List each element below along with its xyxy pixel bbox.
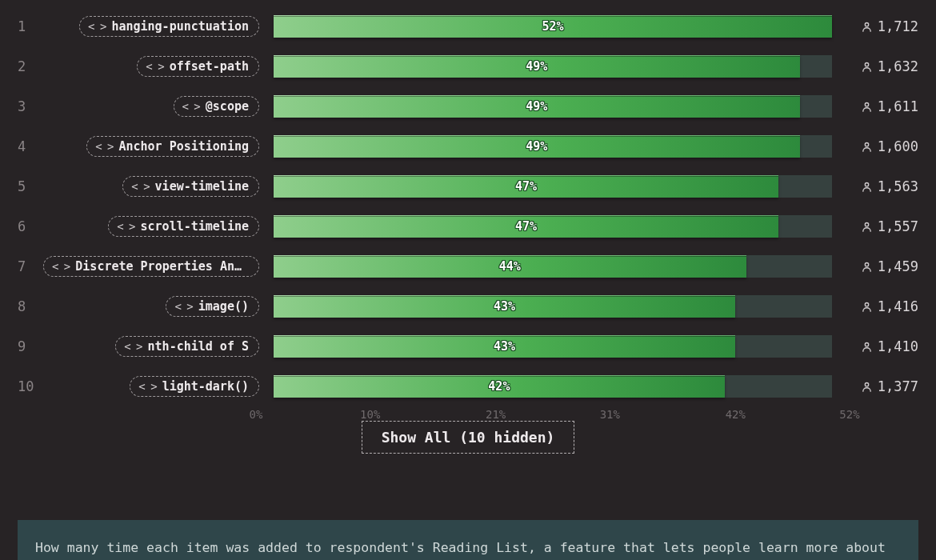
person-icon (861, 381, 873, 393)
axis-tick: 10% (360, 408, 380, 421)
axis-tick: 42% (726, 408, 746, 421)
label-column: < >view-timeline (42, 176, 274, 197)
bar-percent-label: 43% (494, 299, 515, 314)
bar-track: 42% (274, 375, 832, 398)
feature-pill[interactable]: < >image() (166, 296, 259, 317)
svg-point-3 (865, 142, 868, 146)
feature-label: hanging-punctuation (111, 19, 249, 34)
feature-label: offset-path (170, 59, 249, 74)
svg-point-1 (865, 62, 868, 66)
feature-pill[interactable]: < >nth-child of S (115, 336, 259, 357)
person-icon (861, 141, 873, 153)
reading-list-chart: 1< >hanging-punctuation52%1,7122< >offse… (0, 0, 936, 406)
rank-number: 5 (18, 178, 42, 194)
feature-label: @scope (206, 99, 249, 114)
svg-point-0 (865, 22, 868, 26)
feature-label: view-timeline (155, 179, 249, 194)
rank-number: 7 (18, 258, 42, 274)
bar-percent-label: 49% (526, 99, 547, 114)
feature-pill[interactable]: < >offset-path (137, 56, 259, 77)
svg-point-2 (865, 102, 868, 106)
chart-row: 8< >image()43%1,416 (18, 286, 918, 326)
respondent-count: 1,611 (846, 98, 918, 114)
respondent-count: 1,410 (846, 338, 918, 354)
bar-percent-label: 47% (515, 219, 537, 234)
svg-point-8 (865, 342, 868, 346)
person-icon (861, 101, 873, 113)
rank-number: 4 (18, 138, 42, 154)
bar-track: 49% (274, 95, 832, 118)
count-value: 1,416 (878, 298, 918, 314)
code-icon: < > (182, 100, 200, 113)
chart-row: 9< >nth-child of S43%1,410 (18, 326, 918, 366)
rank-number: 3 (18, 98, 42, 114)
code-icon: < > (174, 300, 192, 313)
feature-pill[interactable]: < >view-timeline (122, 176, 259, 197)
code-icon: < > (88, 20, 106, 33)
chart-row: 1< >hanging-punctuation52%1,712 (18, 6, 918, 46)
rank-number: 1 (18, 18, 42, 34)
code-icon: < > (131, 180, 149, 193)
label-column: < >image() (42, 296, 274, 317)
count-value: 1,410 (878, 338, 918, 354)
x-axis: 0%10%21%31%42%52% (256, 406, 850, 426)
chart-row: 4< >Anchor Positioning49%1,600 (18, 126, 918, 166)
respondent-count: 1,459 (846, 258, 918, 274)
svg-point-4 (865, 182, 868, 186)
label-column: < >offset-path (42, 56, 274, 77)
bar-percent-label: 47% (515, 179, 537, 194)
feature-label: nth-child of S (148, 339, 249, 354)
show-all-button[interactable]: Show All (10 hidden) (362, 421, 575, 454)
axis-tick: 31% (600, 408, 620, 421)
respondent-count: 1,377 (846, 378, 918, 394)
person-icon (861, 181, 873, 193)
person-icon (861, 301, 873, 313)
label-column: < >Discrete Properties Anima… (42, 256, 274, 277)
chart-row: 10< >light-dark()42%1,377 (18, 366, 918, 406)
feature-label: scroll-timeline (141, 219, 249, 234)
feature-pill[interactable]: < >Anchor Positioning (86, 136, 259, 157)
feature-pill[interactable]: < >hanging-punctuation (79, 16, 259, 37)
feature-pill[interactable]: < >scroll-timeline (108, 216, 259, 237)
footer-description: How many time each item was added to res… (18, 520, 918, 560)
code-icon: < > (146, 60, 163, 73)
bar-track: 47% (274, 175, 832, 198)
axis-tick: 52% (839, 408, 859, 421)
feature-label: Discrete Properties Anima… (75, 259, 249, 274)
count-value: 1,712 (878, 18, 918, 34)
feature-label: light-dark() (162, 379, 249, 394)
rank-number: 9 (18, 338, 42, 354)
respondent-count: 1,600 (846, 138, 918, 154)
bar-percent-label: 49% (526, 59, 547, 74)
feature-pill[interactable]: < >light-dark() (130, 376, 259, 397)
footer-text: How many time each item was added to res… (35, 540, 886, 555)
feature-label: image() (198, 299, 249, 314)
svg-point-9 (865, 382, 868, 386)
bar-percent-label: 44% (499, 259, 521, 274)
svg-point-5 (865, 222, 868, 226)
bar-track: 52% (274, 15, 832, 38)
person-icon (861, 221, 873, 233)
respondent-count: 1,632 (846, 58, 918, 74)
code-icon: < > (117, 220, 134, 233)
chart-row: 2< >offset-path49%1,632 (18, 46, 918, 86)
count-value: 1,611 (878, 98, 918, 114)
feature-label: Anchor Positioning (118, 139, 249, 154)
label-column: < >Anchor Positioning (42, 136, 274, 157)
feature-pill[interactable]: < >Discrete Properties Anima… (43, 256, 259, 277)
bar-track: 43% (274, 335, 832, 358)
code-icon: < > (138, 380, 156, 393)
bar-track: 44% (274, 255, 832, 278)
rank-number: 10 (18, 378, 42, 394)
chart-row: 7< >Discrete Properties Anima…44%1,459 (18, 246, 918, 286)
code-icon: < > (124, 340, 142, 353)
label-column: < >scroll-timeline (42, 216, 274, 237)
count-value: 1,377 (878, 378, 918, 394)
count-value: 1,600 (878, 138, 918, 154)
svg-point-6 (865, 262, 868, 266)
bar-track: 47% (274, 215, 832, 238)
respondent-count: 1,712 (846, 18, 918, 34)
feature-pill[interactable]: < >@scope (174, 96, 259, 117)
chart-row: 5< >view-timeline47%1,563 (18, 166, 918, 206)
respondent-count: 1,416 (846, 298, 918, 314)
